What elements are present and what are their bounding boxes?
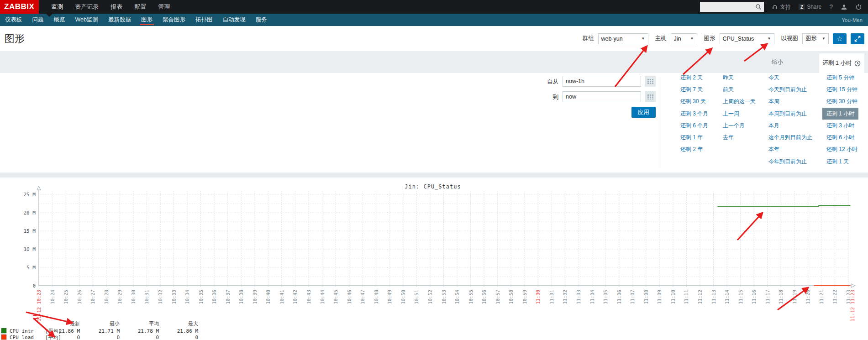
sub-nav-item[interactable]: 仪表板 xyxy=(0,14,27,26)
time-preset-link[interactable]: 还剩 1 天 xyxy=(826,156,858,167)
sub-nav-item[interactable]: 概览 xyxy=(49,14,70,26)
zabbix-logo[interactable]: ZABBIX xyxy=(0,0,39,14)
group-select[interactable]: web-yun ▼ xyxy=(598,33,648,44)
svg-text:11:12: 11:12 xyxy=(697,290,703,304)
top-nav-item[interactable]: 报表 xyxy=(105,0,128,14)
graph-select[interactable]: CPU_Status ▼ xyxy=(720,33,774,44)
sub-nav-item[interactable]: 图形 xyxy=(136,14,158,26)
sub-nav-item[interactable]: Web监测 xyxy=(70,14,103,26)
svg-text:0: 0 xyxy=(77,335,80,340)
zoom-out-button[interactable]: 缩小 xyxy=(772,58,783,66)
svg-text:10:38: 10:38 xyxy=(238,290,244,304)
svg-text:10:41: 10:41 xyxy=(279,290,284,304)
support-label: 支持 xyxy=(780,3,791,11)
svg-text:0: 0 xyxy=(156,335,159,340)
search-input[interactable] xyxy=(700,4,755,10)
top-nav-item[interactable]: 资产记录 xyxy=(69,0,105,14)
time-preset-link[interactable]: 还剩 30 天 xyxy=(680,96,708,108)
sub-nav-item[interactable]: 问题 xyxy=(27,14,49,26)
graph-toolbar: 图形 群组 web-yun ▼ 主机 Jin ▼ 图形 CPU_Status ▼… xyxy=(0,26,868,51)
help-button[interactable]: ? xyxy=(829,3,833,10)
time-preset-link[interactable]: 还剩 6 小时 xyxy=(826,131,858,143)
graph-select-value: CPU_Status xyxy=(723,36,754,42)
share-label: Share xyxy=(807,4,821,10)
top-nav-item[interactable]: 管理 xyxy=(152,0,176,14)
search-icon xyxy=(755,3,762,10)
svg-text:10:53: 10:53 xyxy=(441,290,447,304)
time-preset-link[interactable]: 今天到目前为止 xyxy=(768,84,812,95)
time-preset-link[interactable]: 还剩 12 小时 xyxy=(826,144,858,156)
time-preset-link[interactable]: 还剩 7 天 xyxy=(680,84,708,95)
chevron-left-icon[interactable] xyxy=(764,59,772,65)
to-input[interactable] xyxy=(563,91,641,102)
svg-text:最大: 最大 xyxy=(188,321,198,327)
svg-text:11:06: 11:06 xyxy=(616,290,622,304)
svg-text:10:43: 10:43 xyxy=(306,290,311,304)
svg-text:10:55: 10:55 xyxy=(468,290,473,304)
svg-text:10:56: 10:56 xyxy=(481,290,487,304)
time-preset-link[interactable]: 本年 xyxy=(768,144,812,156)
logout-button[interactable] xyxy=(855,4,862,10)
host-label: 主机 xyxy=(655,35,667,42)
time-preset-link[interactable]: 还剩 5 分钟 xyxy=(826,72,858,84)
time-preset-link[interactable]: 还剩 15 分钟 xyxy=(826,84,858,95)
sub-nav-item[interactable]: 自动发现 xyxy=(217,14,250,26)
global-search[interactable] xyxy=(700,2,764,12)
time-preset-link[interactable]: 上周的这一天 xyxy=(723,96,756,108)
apply-button[interactable]: 应用 xyxy=(631,107,656,118)
time-preset-link[interactable]: 今年到目前为止 xyxy=(768,156,812,167)
svg-text:11:15: 11:15 xyxy=(738,290,743,304)
svg-text:5 M: 5 M xyxy=(26,265,36,271)
view-as-select-value: 图形 xyxy=(805,35,817,42)
favourite-button[interactable]: ☆ xyxy=(833,33,847,44)
time-preset-link[interactable]: 上一个月 xyxy=(723,120,756,131)
share-link[interactable]: Z Share xyxy=(799,4,821,10)
sub-nav-item[interactable]: 聚合图形 xyxy=(158,14,190,26)
time-preset-link[interactable]: 上一周 xyxy=(723,108,756,120)
time-preset-link[interactable]: 本月 xyxy=(768,120,812,131)
host-select[interactable]: Jin ▼ xyxy=(671,33,697,44)
from-input[interactable] xyxy=(563,76,641,87)
chevron-right-icon[interactable] xyxy=(783,59,790,65)
svg-text:0: 0 xyxy=(195,335,198,340)
svg-text:10:34: 10:34 xyxy=(184,290,190,304)
time-range-tab[interactable]: 还剩 1 小时 xyxy=(819,53,864,73)
sub-nav-item[interactable]: 拓扑图 xyxy=(190,14,218,26)
from-calendar-button[interactable] xyxy=(645,76,656,87)
page-title: 图形 xyxy=(5,32,25,46)
time-preset-link[interactable]: 本周 xyxy=(768,96,812,108)
to-calendar-button[interactable] xyxy=(645,91,656,102)
time-preset-link[interactable]: 还剩 1 小时 xyxy=(822,108,858,120)
profile-button[interactable] xyxy=(841,4,847,10)
time-preset-link[interactable]: 这个月到目前为止 xyxy=(768,131,812,143)
support-link[interactable]: 支持 xyxy=(772,3,791,11)
svg-text:10:26: 10:26 xyxy=(77,290,82,304)
svg-text:10:59: 10:59 xyxy=(522,290,527,304)
time-preset-link[interactable]: 本周到目前为止 xyxy=(768,108,812,120)
time-preset-link[interactable]: 还剩 3 个月 xyxy=(680,108,708,120)
sub-nav-item[interactable]: 服务 xyxy=(250,14,272,26)
time-preset-link[interactable]: 去年 xyxy=(723,131,756,143)
time-preset-link[interactable]: 还剩 2 年 xyxy=(680,144,708,156)
svg-text:11:14: 11:14 xyxy=(724,290,730,304)
preset-column-2: 昨天前天上周的这一天上一周上一个月去年 xyxy=(723,72,756,144)
time-preset-link[interactable]: 昨天 xyxy=(723,72,756,84)
time-preset-link[interactable]: 前天 xyxy=(723,84,756,95)
top-nav-item[interactable]: 配置 xyxy=(128,0,152,14)
top-nav-item[interactable]: 监测 xyxy=(45,0,69,14)
svg-text:10:35: 10:35 xyxy=(198,290,204,304)
svg-text:11:07: 11:07 xyxy=(630,290,635,304)
time-preset-link[interactable]: 还剩 2 天 xyxy=(680,72,708,84)
sub-nav-item[interactable]: 最新数据 xyxy=(103,14,136,26)
time-preset-link[interactable]: 还剩 1 年 xyxy=(680,131,708,143)
view-as-select[interactable]: 图形 ▼ xyxy=(802,33,829,44)
time-preset-link[interactable]: 还剩 6 个月 xyxy=(680,120,708,131)
fullscreen-button[interactable] xyxy=(851,33,864,44)
calendar-icon xyxy=(647,79,653,84)
time-preset-link[interactable]: 还剩 3 小时 xyxy=(826,120,858,131)
svg-text:11:00: 11:00 xyxy=(535,290,541,304)
time-preset-link[interactable]: 还剩 30 分钟 xyxy=(826,96,858,108)
time-range-label: 还剩 1 小时 xyxy=(823,59,852,67)
graph-svg[interactable]: Jin: CPU_Status25 M20 M15 M10 M5 M011-12… xyxy=(0,178,868,340)
time-preset-link[interactable]: 今天 xyxy=(768,72,812,84)
